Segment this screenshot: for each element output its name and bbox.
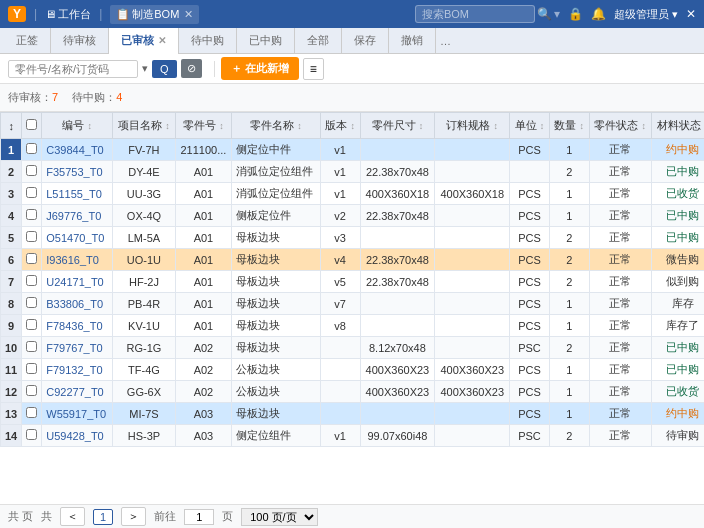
row-check[interactable] [22,315,42,337]
prev-page-btn[interactable]: ＜ [60,507,85,526]
per-page-select[interactable]: 100 页/页 50 页/页 200 页/页 [241,508,318,526]
row-id[interactable]: L51155_T0 [42,183,113,205]
col-partname[interactable]: 零件名称 ↕ [232,113,321,139]
row-num: 7 [1,271,22,293]
row-partno: A01 [175,161,232,183]
col-orderspec[interactable]: 订料规格 ↕ [435,113,510,139]
tab-all[interactable]: 全部 [295,28,342,54]
row-check[interactable] [22,381,42,403]
bell-icon[interactable]: 🔔 [591,7,606,21]
row-id[interactable]: B33806_T0 [42,293,113,315]
row-check[interactable] [22,161,42,183]
row-size [360,293,435,315]
dropdown-icon[interactable]: ▾ [142,62,148,75]
row-partname: 公板边块 [232,359,321,381]
row-check[interactable] [22,249,42,271]
topbar-close[interactable]: ✕ [686,7,696,21]
row-partno: A02 [175,337,232,359]
row-id[interactable]: U24171_T0 [42,271,113,293]
table-row: 5 O51470_T0 LM-5A A01 母板边块 v3 PCS 2 正常 已… [1,227,705,249]
row-check[interactable] [22,359,42,381]
row-check[interactable] [22,205,42,227]
col-ver[interactable]: 版本 ↕ [320,113,360,139]
bom-tab[interactable]: 📋 制造BOM ✕ [110,5,199,24]
row-unit: PCS [510,381,550,403]
col-partstatus[interactable]: 零件状态 ↕ [589,113,651,139]
tab-waiting-order[interactable]: 待中购 [179,28,237,54]
row-check[interactable] [22,403,42,425]
tab-close[interactable]: ✕ [158,35,166,46]
row-partno: A03 [175,403,232,425]
row-ver: v5 [320,271,360,293]
row-id[interactable]: C92277_T0 [42,381,113,403]
tab-ordered[interactable]: 已中购 [237,28,295,54]
row-matstatus: 已中购 [651,161,704,183]
row-id[interactable]: F79132_T0 [42,359,113,381]
tab-waiting-review[interactable]: 待审核 [51,28,109,54]
tab-reviewed[interactable]: 已审核 ✕ [109,28,179,54]
row-id[interactable]: W55917_T0 [42,403,113,425]
row-id[interactable]: F35753_T0 [42,161,113,183]
row-orderspec [435,271,510,293]
row-check[interactable] [22,337,42,359]
row-check[interactable] [22,293,42,315]
col-project[interactable]: 项目名称 ↕ [113,113,175,139]
row-check[interactable] [22,425,42,447]
next-page-btn[interactable]: ＞ [121,507,146,526]
row-num: 2 [1,161,22,183]
row-ver [320,403,360,425]
add-button[interactable]: ＋ 在此新增 [221,57,299,80]
row-project: RG-1G [113,337,175,359]
row-check[interactable] [22,183,42,205]
col-id[interactable]: 编号 ↕ [42,113,113,139]
row-id[interactable]: O51470_T0 [42,227,113,249]
row-id[interactable]: U59428_T0 [42,425,113,447]
row-orderspec [435,337,510,359]
row-ver: v3 [320,227,360,249]
col-qty[interactable]: 数量 ↕ [549,113,589,139]
row-size [360,403,435,425]
filter-clear-btn[interactable]: ⊘ [181,59,202,78]
row-matstatus: 库存了 [651,315,704,337]
close-icon[interactable]: ✕ [184,8,193,21]
select-all-checkbox[interactable] [26,119,37,130]
order-label: 待中购：4 [72,90,122,105]
row-matstatus: 约中购 [651,403,704,425]
total-label: 共 页 [8,509,33,524]
row-check[interactable] [22,139,42,161]
user-info[interactable]: 超级管理员 ▾ [614,7,678,22]
search-input[interactable] [415,5,535,23]
filter-input[interactable] [8,60,138,78]
col-sort: ↕ [1,113,22,139]
col-partno[interactable]: 零件号 ↕ [175,113,232,139]
tab-zhengqian[interactable]: 正签 [4,28,51,54]
row-project: DY-4E [113,161,175,183]
row-num: 11 [1,359,22,381]
row-id[interactable]: F79767_T0 [42,337,113,359]
col-unit[interactable]: 单位 ↕ [510,113,550,139]
row-unit: PCS [510,403,550,425]
table-container: ↕ 编号 ↕ 项目名称 ↕ 零件号 ↕ 零件名称 ↕ 版本 ↕ 零件尺寸 ↕ 订… [0,112,704,504]
search-button[interactable]: Q [152,60,177,78]
search-icon[interactable]: 🔍 [537,7,552,21]
menu-button[interactable]: ≡ [303,58,324,80]
goto-input[interactable] [184,509,214,525]
row-check[interactable] [22,271,42,293]
row-size [360,139,435,161]
col-matstatus[interactable]: 材料状态 ↕ [651,113,704,139]
tab-undo[interactable]: 撤销 [389,28,436,54]
workbench-tab[interactable]: 🖥 工作台 [45,7,91,22]
tab-save[interactable]: 保存 [342,28,389,54]
row-id[interactable]: J69776_T0 [42,205,113,227]
row-id[interactable]: F78436_T0 [42,315,113,337]
row-check[interactable] [22,227,42,249]
row-id[interactable]: C39844_T0 [42,139,113,161]
col-check[interactable] [22,113,42,139]
row-id[interactable]: I93616_T0 [42,249,113,271]
tab-bar: 正签 待审核 已审核 ✕ 待中购 已中购 全部 保存 撤销 … [0,28,704,54]
row-matstatus: 已收货 [651,183,704,205]
row-qty: 2 [549,337,589,359]
row-ver: v8 [320,315,360,337]
col-size[interactable]: 零件尺寸 ↕ [360,113,435,139]
row-ver: v2 [320,205,360,227]
